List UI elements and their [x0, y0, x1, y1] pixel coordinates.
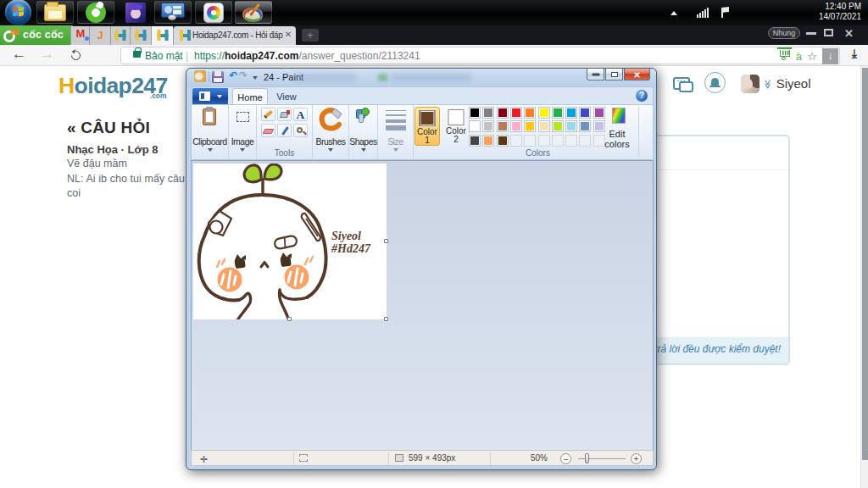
- svg-text:Siyeol: Siyeol: [331, 230, 361, 242]
- svg-text:#Hd247: #Hd247: [331, 242, 371, 255]
